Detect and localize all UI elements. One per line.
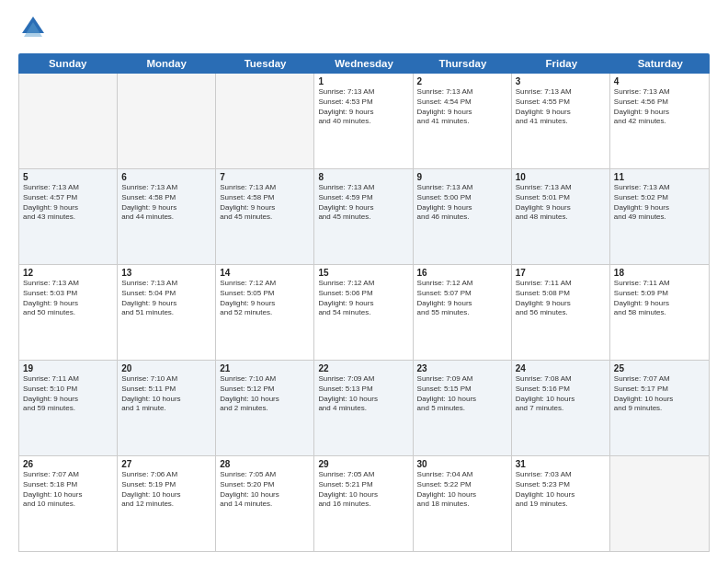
day-cell-6: 6Sunrise: 7:13 AM Sunset: 4:58 PM Daylig… xyxy=(118,169,216,264)
day-number: 4 xyxy=(614,76,705,86)
day-cell-17: 17Sunrise: 7:11 AM Sunset: 5:08 PM Dayli… xyxy=(512,265,610,360)
day-cell-28: 28Sunrise: 7:05 AM Sunset: 5:20 PM Dayli… xyxy=(216,456,314,551)
logo xyxy=(18,15,51,44)
day-cell-27: 27Sunrise: 7:06 AM Sunset: 5:19 PM Dayli… xyxy=(118,456,216,551)
day-number: 7 xyxy=(220,172,310,182)
day-number: 17 xyxy=(516,268,606,278)
day-info: Sunrise: 7:13 AM Sunset: 5:02 PM Dayligh… xyxy=(614,183,705,223)
page: SundayMondayTuesdayWednesdayThursdayFrid… xyxy=(0,0,728,563)
day-number: 26 xyxy=(23,459,113,469)
day-cell-19: 19Sunrise: 7:11 AM Sunset: 5:10 PM Dayli… xyxy=(19,361,118,455)
day-info: Sunrise: 7:13 AM Sunset: 4:56 PM Dayligh… xyxy=(614,87,705,127)
empty-cell xyxy=(610,456,709,551)
day-cell-26: 26Sunrise: 7:07 AM Sunset: 5:18 PM Dayli… xyxy=(19,456,118,551)
empty-cell xyxy=(19,74,118,168)
day-info: Sunrise: 7:11 AM Sunset: 5:09 PM Dayligh… xyxy=(614,279,705,318)
day-cell-22: 22Sunrise: 7:09 AM Sunset: 5:13 PM Dayli… xyxy=(314,361,413,455)
empty-cell xyxy=(118,74,216,168)
weekday-header-saturday: Saturday xyxy=(611,53,710,74)
day-cell-30: 30Sunrise: 7:04 AM Sunset: 5:22 PM Dayli… xyxy=(414,456,512,551)
day-cell-3: 3Sunrise: 7:13 AM Sunset: 4:55 PM Daylig… xyxy=(512,74,610,168)
day-info: Sunrise: 7:05 AM Sunset: 5:21 PM Dayligh… xyxy=(318,470,408,510)
day-info: Sunrise: 7:13 AM Sunset: 4:53 PM Dayligh… xyxy=(318,87,408,127)
day-cell-8: 8Sunrise: 7:13 AM Sunset: 4:59 PM Daylig… xyxy=(314,169,413,264)
day-cell-15: 15Sunrise: 7:12 AM Sunset: 5:06 PM Dayli… xyxy=(314,265,413,360)
day-info: Sunrise: 7:09 AM Sunset: 5:13 PM Dayligh… xyxy=(318,374,408,414)
day-number: 1 xyxy=(318,76,408,86)
empty-cell xyxy=(216,74,314,168)
day-cell-1: 1Sunrise: 7:13 AM Sunset: 4:53 PM Daylig… xyxy=(314,74,413,168)
day-info: Sunrise: 7:13 AM Sunset: 5:01 PM Dayligh… xyxy=(516,183,606,223)
weekday-header-friday: Friday xyxy=(512,53,610,74)
day-number: 21 xyxy=(220,363,310,373)
logo-icon xyxy=(18,15,48,44)
day-info: Sunrise: 7:13 AM Sunset: 5:00 PM Dayligh… xyxy=(417,183,507,223)
day-info: Sunrise: 7:12 AM Sunset: 5:07 PM Dayligh… xyxy=(417,279,507,318)
weekday-header-monday: Monday xyxy=(117,53,215,74)
day-number: 18 xyxy=(614,268,705,278)
day-info: Sunrise: 7:13 AM Sunset: 5:03 PM Dayligh… xyxy=(23,279,113,318)
day-number: 9 xyxy=(417,172,507,182)
weekday-header-sunday: Sunday xyxy=(18,53,117,74)
day-number: 25 xyxy=(614,363,705,373)
day-info: Sunrise: 7:13 AM Sunset: 4:54 PM Dayligh… xyxy=(417,87,507,127)
day-cell-9: 9Sunrise: 7:13 AM Sunset: 5:00 PM Daylig… xyxy=(414,169,512,264)
weekday-header-wednesday: Wednesday xyxy=(314,53,413,74)
calendar-week-2: 5Sunrise: 7:13 AM Sunset: 4:57 PM Daylig… xyxy=(19,169,709,265)
day-cell-7: 7Sunrise: 7:13 AM Sunset: 4:58 PM Daylig… xyxy=(216,169,314,264)
header xyxy=(18,15,710,44)
day-info: Sunrise: 7:10 AM Sunset: 5:12 PM Dayligh… xyxy=(220,374,310,414)
calendar-week-5: 26Sunrise: 7:07 AM Sunset: 5:18 PM Dayli… xyxy=(19,456,709,551)
day-cell-24: 24Sunrise: 7:08 AM Sunset: 5:16 PM Dayli… xyxy=(512,361,610,455)
day-cell-29: 29Sunrise: 7:05 AM Sunset: 5:21 PM Dayli… xyxy=(314,456,413,551)
day-number: 14 xyxy=(220,268,310,278)
day-info: Sunrise: 7:05 AM Sunset: 5:20 PM Dayligh… xyxy=(220,470,310,510)
day-cell-11: 11Sunrise: 7:13 AM Sunset: 5:02 PM Dayli… xyxy=(610,169,709,264)
day-number: 22 xyxy=(318,363,408,373)
day-info: Sunrise: 7:10 AM Sunset: 5:11 PM Dayligh… xyxy=(121,374,211,414)
day-info: Sunrise: 7:07 AM Sunset: 5:17 PM Dayligh… xyxy=(614,374,705,414)
calendar-week-3: 12Sunrise: 7:13 AM Sunset: 5:03 PM Dayli… xyxy=(19,265,709,361)
day-info: Sunrise: 7:11 AM Sunset: 5:08 PM Dayligh… xyxy=(516,279,606,318)
day-cell-12: 12Sunrise: 7:13 AM Sunset: 5:03 PM Dayli… xyxy=(19,265,118,360)
day-number: 6 xyxy=(121,172,211,182)
calendar-week-4: 19Sunrise: 7:11 AM Sunset: 5:10 PM Dayli… xyxy=(19,361,709,456)
weekday-header-thursday: Thursday xyxy=(414,53,512,74)
day-number: 13 xyxy=(121,268,211,278)
day-cell-31: 31Sunrise: 7:03 AM Sunset: 5:23 PM Dayli… xyxy=(512,456,610,551)
day-number: 2 xyxy=(417,76,507,86)
day-number: 11 xyxy=(614,172,705,182)
day-cell-18: 18Sunrise: 7:11 AM Sunset: 5:09 PM Dayli… xyxy=(610,265,709,360)
day-info: Sunrise: 7:08 AM Sunset: 5:16 PM Dayligh… xyxy=(516,374,606,414)
day-cell-14: 14Sunrise: 7:12 AM Sunset: 5:05 PM Dayli… xyxy=(216,265,314,360)
day-number: 10 xyxy=(516,172,606,182)
day-info: Sunrise: 7:11 AM Sunset: 5:10 PM Dayligh… xyxy=(23,374,113,414)
day-cell-4: 4Sunrise: 7:13 AM Sunset: 4:56 PM Daylig… xyxy=(610,74,709,168)
day-number: 3 xyxy=(516,76,606,86)
day-info: Sunrise: 7:13 AM Sunset: 4:58 PM Dayligh… xyxy=(220,183,310,223)
day-number: 16 xyxy=(417,268,507,278)
day-info: Sunrise: 7:13 AM Sunset: 4:57 PM Dayligh… xyxy=(23,183,113,223)
day-info: Sunrise: 7:03 AM Sunset: 5:23 PM Dayligh… xyxy=(516,470,606,510)
day-number: 12 xyxy=(23,268,113,278)
day-info: Sunrise: 7:13 AM Sunset: 4:58 PM Dayligh… xyxy=(121,183,211,223)
calendar-week-1: 1Sunrise: 7:13 AM Sunset: 4:53 PM Daylig… xyxy=(19,74,709,169)
day-info: Sunrise: 7:07 AM Sunset: 5:18 PM Dayligh… xyxy=(23,470,113,510)
day-number: 29 xyxy=(318,459,408,469)
day-info: Sunrise: 7:09 AM Sunset: 5:15 PM Dayligh… xyxy=(417,374,507,414)
day-cell-21: 21Sunrise: 7:10 AM Sunset: 5:12 PM Dayli… xyxy=(216,361,314,455)
day-cell-2: 2Sunrise: 7:13 AM Sunset: 4:54 PM Daylig… xyxy=(414,74,512,168)
day-number: 27 xyxy=(121,459,211,469)
weekday-header-tuesday: Tuesday xyxy=(216,53,314,74)
day-cell-10: 10Sunrise: 7:13 AM Sunset: 5:01 PM Dayli… xyxy=(512,169,610,264)
day-cell-20: 20Sunrise: 7:10 AM Sunset: 5:11 PM Dayli… xyxy=(118,361,216,455)
day-number: 31 xyxy=(516,459,606,469)
day-info: Sunrise: 7:12 AM Sunset: 5:06 PM Dayligh… xyxy=(318,279,408,318)
day-number: 15 xyxy=(318,268,408,278)
calendar-body: 1Sunrise: 7:13 AM Sunset: 4:53 PM Daylig… xyxy=(18,74,710,552)
day-number: 28 xyxy=(220,459,310,469)
day-cell-25: 25Sunrise: 7:07 AM Sunset: 5:17 PM Dayli… xyxy=(610,361,709,455)
day-info: Sunrise: 7:13 AM Sunset: 4:59 PM Dayligh… xyxy=(318,183,408,223)
day-number: 24 xyxy=(516,363,606,373)
day-info: Sunrise: 7:04 AM Sunset: 5:22 PM Dayligh… xyxy=(417,470,507,510)
